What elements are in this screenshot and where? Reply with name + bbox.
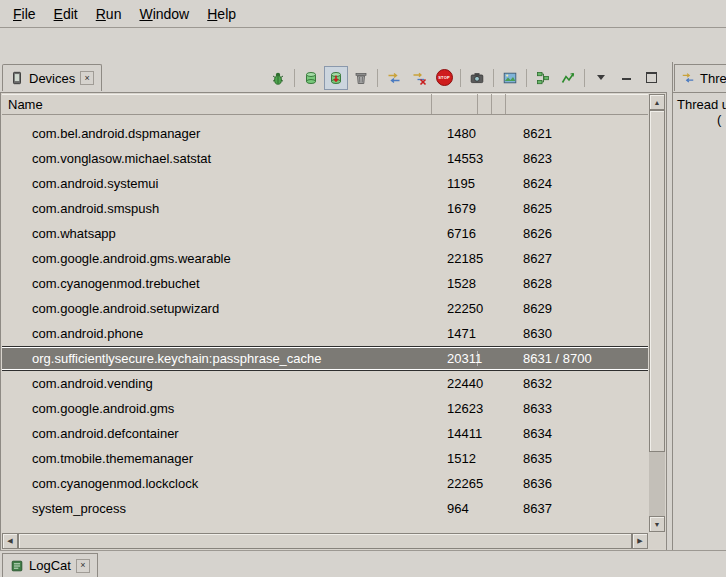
cause-gc-button[interactable] xyxy=(349,66,373,90)
menu-help[interactable]: Help xyxy=(198,2,245,26)
view-hierarchy-button[interactable] xyxy=(498,66,522,90)
table-row[interactable]: com.android.systemui 1195 8624 xyxy=(2,171,648,196)
menu-edit[interactable]: Edit xyxy=(45,2,87,26)
menu-file[interactable]: File xyxy=(4,2,45,26)
cell-port: 8635 xyxy=(506,451,648,466)
cell-pid: 1195 xyxy=(432,176,478,191)
menu-window[interactable]: Window xyxy=(130,2,198,26)
maximize-button[interactable] xyxy=(639,66,663,90)
column-header-empty-2[interactable] xyxy=(492,94,506,114)
menu-bar: File Edit Run Window Help xyxy=(0,0,726,28)
table-row[interactable]: com.whatsapp 6716 8626 xyxy=(2,221,648,246)
dump-hprof-button[interactable] xyxy=(324,66,348,90)
table-row[interactable]: org.sufficientlysecure.keychain:passphra… xyxy=(2,346,648,371)
tab-threads[interactable]: Threa xyxy=(674,64,726,91)
debug-button[interactable] xyxy=(266,66,290,90)
profiling-icon xyxy=(411,70,427,86)
tab-devices[interactable]: Devices × xyxy=(2,64,102,91)
table-row[interactable]: com.android.vending 22440 8632 xyxy=(2,371,648,396)
table-row[interactable]: com.bel.android.dspmanager 1480 8621 xyxy=(2,121,648,146)
toolbar-separator xyxy=(294,69,295,87)
stop-process-button[interactable]: STOP xyxy=(432,66,456,90)
scroll-left-button[interactable]: ◀ xyxy=(2,533,18,549)
threads-update-icon xyxy=(386,70,402,86)
cell-pid: 22265 xyxy=(432,476,478,491)
cell-pid: 6716 xyxy=(432,226,478,241)
close-icon[interactable]: × xyxy=(76,559,90,573)
horizontal-scroll-thumb[interactable] xyxy=(18,533,632,549)
cell-pid: 964 xyxy=(432,501,478,516)
cell-name: com.google.android.gms xyxy=(2,401,432,416)
cell-port: 8624 xyxy=(506,176,648,191)
scroll-right-button[interactable]: ▶ xyxy=(632,533,648,549)
devices-icon xyxy=(10,71,24,85)
column-header-pid[interactable] xyxy=(432,94,478,114)
column-header-port[interactable] xyxy=(506,94,648,114)
toolbar-separator xyxy=(493,69,494,87)
table-row[interactable]: com.google.android.setupwizard 22250 862… xyxy=(2,296,648,321)
table-row[interactable]: com.android.phone 1471 8630 xyxy=(2,321,648,346)
threads-view: Threa Thread up ( xyxy=(672,62,726,551)
cell-port: 8631 / 8700 xyxy=(506,351,648,366)
horizontal-scrollbar[interactable]: ◀ ▶ xyxy=(2,533,648,549)
update-heap-button[interactable] xyxy=(299,66,323,90)
devices-tab-label: Devices xyxy=(29,71,75,86)
heap-icon xyxy=(303,70,319,86)
logcat-tab-label: LogCat xyxy=(29,558,71,573)
minimize-icon xyxy=(622,75,631,80)
device-table-rows: com.bel.android.dspmanager 1480 8621 com… xyxy=(2,114,648,532)
scroll-up-button[interactable]: ▲ xyxy=(649,94,665,110)
systrace-button[interactable] xyxy=(556,66,580,90)
scroll-down-button[interactable]: ▼ xyxy=(649,516,665,532)
method-profiling-button[interactable] xyxy=(407,66,431,90)
cell-pid: 12623 xyxy=(432,401,478,416)
column-header-name[interactable]: Name xyxy=(2,94,432,114)
cell-port: 8630 xyxy=(506,326,648,341)
screen-capture-button[interactable] xyxy=(465,66,489,90)
column-header-empty-1[interactable] xyxy=(478,94,492,114)
threads-message-line2: ( xyxy=(717,112,726,127)
table-row[interactable]: com.google.android.gms 12623 8633 xyxy=(2,396,648,421)
close-icon[interactable]: × xyxy=(80,71,94,85)
cell-port: 8626 xyxy=(506,226,648,241)
device-table-area: Name com.bel.android.dspmanager 1480 862… xyxy=(2,94,648,532)
view-menu-button[interactable] xyxy=(589,66,613,90)
devices-view-toolbar: STOP xyxy=(266,64,663,91)
cell-pid: 14411 xyxy=(432,426,478,441)
menu-run[interactable]: Run xyxy=(87,2,131,26)
cell-port: 8621 xyxy=(506,126,648,141)
logcat-icon xyxy=(10,559,24,573)
toolbar-separator xyxy=(460,69,461,87)
scrollbar-corner xyxy=(649,533,665,549)
table-row[interactable]: system_process 964 8637 xyxy=(2,496,648,521)
table-header: Name xyxy=(2,94,648,115)
toolbar-separator xyxy=(377,69,378,87)
update-threads-button[interactable] xyxy=(382,66,406,90)
cell-pid: 22250 xyxy=(432,301,478,316)
cell-port: 8637 xyxy=(506,501,648,516)
minimize-button[interactable] xyxy=(614,66,638,90)
cell-name: system_process xyxy=(2,501,432,516)
cell-pid: 1512 xyxy=(432,451,478,466)
vertical-scrollbar[interactable]: ▲ ▼ xyxy=(649,94,665,532)
capture-tree-button[interactable] xyxy=(531,66,555,90)
cell-pid: 1480 xyxy=(432,126,478,141)
table-row[interactable]: com.vonglasow.michael.satstat 14553 8623 xyxy=(2,146,648,171)
threads-message-line1: Thread up xyxy=(677,97,726,112)
cell-pid: 20311 xyxy=(432,351,478,366)
toolbar-separator xyxy=(526,69,527,87)
devices-view: Devices × xyxy=(0,62,667,551)
table-row[interactable]: com.android.defcontainer 14411 8634 xyxy=(2,421,648,446)
table-row[interactable]: com.android.smspush 1679 8625 xyxy=(2,196,648,221)
table-row[interactable]: com.tmobile.thememanager 1512 8635 xyxy=(2,446,648,471)
cell-port: 8623 xyxy=(506,151,648,166)
table-row[interactable]: com.cyanogenmod.lockclock 22265 8636 xyxy=(2,471,648,496)
cell-port: 8629 xyxy=(506,301,648,316)
table-row[interactable]: com.cyanogenmod.trebuchet 1528 8628 xyxy=(2,271,648,296)
vertical-scroll-thumb[interactable] xyxy=(649,110,665,452)
table-row[interactable]: com.google.android.gms.wearable 22185 86… xyxy=(2,246,648,271)
cell-pid: 22185 xyxy=(432,251,478,266)
tab-logcat[interactable]: LogCat × xyxy=(2,553,98,577)
cell-name: com.whatsapp xyxy=(2,226,432,241)
cell-name: com.google.android.gms.wearable xyxy=(2,251,432,266)
